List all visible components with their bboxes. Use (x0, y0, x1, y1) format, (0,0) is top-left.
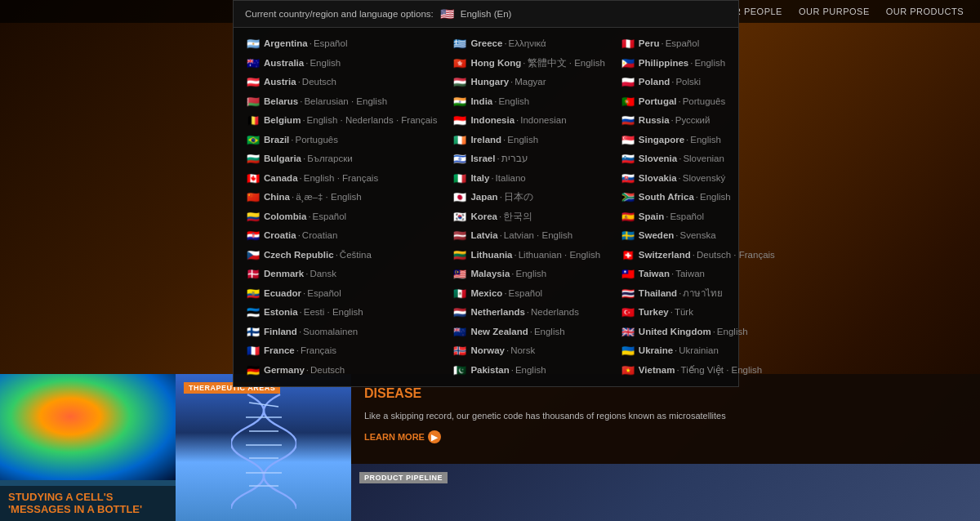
country-item[interactable]: 🇨🇭Switzerland · Deutsch · Français (618, 246, 778, 265)
country-item[interactable]: 🇧🇷Brazil · Português (243, 131, 440, 150)
country-item[interactable]: 🇧🇾Belarus · Belarusian · English (243, 92, 440, 112)
country-item[interactable]: 🇷🇺Russia · Русский (618, 111, 778, 131)
country-item[interactable]: 🇿🇦South Africa · English (618, 188, 778, 207)
country-language: Dansk (310, 267, 336, 281)
country-name: Colombia (264, 210, 306, 224)
country-item[interactable]: 🇫🇷France · Français (243, 341, 440, 361)
country-language: Español (666, 37, 700, 51)
country-item[interactable]: 🇰🇷Korea · 한국의 (450, 207, 608, 227)
country-item[interactable]: 🇧🇪Belgium · English · Nederlands · Franç… (243, 111, 440, 131)
country-item[interactable]: 🇸🇮Slovenia · Slovenian (618, 149, 778, 169)
country-item[interactable]: 🇱🇻Latvia · Latvian · English (450, 226, 608, 246)
country-item[interactable]: 🇵🇭Philippines · English (618, 54, 778, 73)
country-separator: · (693, 248, 695, 262)
country-separator: · (499, 210, 501, 224)
country-flag-icon: 🇷🇺 (621, 113, 635, 129)
country-item[interactable]: 🇵🇹Portugal · Português (618, 92, 778, 112)
country-item[interactable]: 🇧🇬Bulgaria · Български (243, 149, 440, 169)
disease-title: DISEASE (364, 385, 967, 403)
country-col-1: 🇦🇷Argentina · Español🇦🇺Australia · Engli… (238, 34, 445, 380)
country-item[interactable]: 🇹🇷Turkey · Türk (618, 303, 778, 323)
country-item[interactable]: 🇸🇪Sweden · Svenska (618, 226, 778, 246)
country-flag-icon: 🇳🇱 (453, 305, 466, 321)
learn-more-button[interactable]: LEARN MORE ▶ (364, 430, 967, 443)
country-name: Slovakia (639, 171, 677, 185)
country-language: English (690, 133, 721, 147)
country-separator: · (516, 114, 519, 127)
country-language: Magyar (514, 75, 546, 89)
country-language: Svenska (680, 229, 716, 243)
country-item[interactable]: 🇬🇧United Kingdom · English (618, 323, 778, 342)
country-flag-icon: 🇸🇰 (621, 171, 635, 187)
country-item[interactable]: 🇳🇴Norway · Norsk (450, 341, 608, 361)
country-name: Portugal (639, 95, 677, 109)
country-separator: · (675, 229, 678, 243)
country-item[interactable]: 🇭🇺Hungary · Magyar (450, 73, 608, 92)
learn-more-label: LEARN MORE (364, 432, 425, 442)
country-flag-icon: 🇲🇾 (453, 266, 466, 283)
country-item[interactable]: 🇪🇸Spain · Español (618, 207, 778, 227)
country-item[interactable]: 🇵🇱Poland · Polski (618, 73, 778, 92)
country-item[interactable]: 🇩🇰Denmark · Dansk (243, 265, 440, 284)
country-item[interactable]: 🇫🇮Finland · Suomalainen (243, 323, 440, 342)
country-item[interactable]: 🇯🇵Japan · 日本の (450, 188, 608, 207)
country-col-2: 🇬🇷Greece · Ελληνικά🇭🇰Hong Kong · 繁體中文 · … (445, 34, 612, 380)
country-item[interactable]: 🇸🇰Slovakia · Slovenský (618, 169, 778, 189)
country-item[interactable]: 🇦🇺Australia · English (243, 54, 440, 73)
country-item[interactable]: 🇨🇿Czech Republic · Čeština (243, 246, 440, 265)
country-separator: · (713, 325, 715, 339)
country-language: English (700, 190, 731, 204)
country-item[interactable]: 🇨🇴Colombia · Español (243, 207, 440, 227)
country-name: Philippines (639, 56, 688, 70)
country-item[interactable]: 🇦🇷Argentina · Español (243, 34, 440, 54)
country-item[interactable]: 🇵🇰Pakistan · English (450, 361, 608, 381)
country-item[interactable]: 🇳🇱Netherlands · Nederlands (450, 303, 608, 323)
country-item[interactable]: 🇲🇾Malaysia · English (450, 265, 608, 284)
country-item[interactable]: 🇮🇱Israel · עברית (450, 149, 608, 169)
country-item[interactable]: 🇭🇷Croatia · Croatian (243, 226, 440, 246)
country-item[interactable]: 🇨🇳China · ä¸æ–‡ · English (243, 188, 440, 207)
country-name: Germany (264, 363, 305, 377)
country-separator: · (303, 152, 305, 166)
country-flag-icon: 🇺🇦 (621, 343, 635, 359)
country-item[interactable]: 🇺🇦Ukraine · Ukrainian (618, 341, 778, 361)
right-section: DISEASE Like a skipping record, our gene… (351, 374, 980, 521)
country-item[interactable]: 🇬🇷Greece · Ελληνικά (450, 34, 608, 54)
country-item[interactable]: 🇹🇼Taiwan · Taiwan (618, 265, 778, 284)
country-item[interactable]: 🇪🇪Estonia · Eesti · English (243, 303, 440, 323)
nav-our-purpose[interactable]: OUR PURPOSE (799, 7, 870, 16)
country-language: English (515, 363, 546, 377)
country-flag-icon: 🇮🇹 (453, 171, 466, 187)
nav-our-products[interactable]: OUR PRODUCTS (886, 7, 964, 16)
country-item[interactable]: 🇮🇪Ireland · English (450, 131, 608, 150)
country-flag-icon: 🇬🇷 (453, 36, 466, 52)
country-item[interactable]: 🇨🇦Canada · English · Français (243, 169, 440, 189)
country-flag-icon: 🇵🇰 (453, 363, 466, 379)
country-flag-icon: 🇬🇧 (621, 324, 635, 341)
country-language: Eesti · English (304, 305, 363, 319)
country-name: Ecuador (264, 287, 301, 301)
country-separator: · (671, 267, 674, 281)
country-item[interactable]: 🇩🇪Germany · Deutsch (243, 361, 440, 381)
country-language: Nederlands (531, 305, 579, 319)
country-item[interactable]: 🇳🇿New Zealand · English (450, 323, 608, 342)
country-separator: · (305, 56, 308, 70)
country-name: Pakistan (470, 363, 509, 377)
country-item[interactable]: 🇱🇹Lithuania · Lithuanian · English (450, 246, 608, 265)
country-item[interactable]: 🇹🇭Thailand · ภาษาไทย (618, 284, 778, 304)
country-item[interactable]: 🇦🇹Austria · Deutsch (243, 73, 440, 92)
country-item[interactable]: 🇵🇪Peru · Español (618, 34, 778, 54)
country-item[interactable]: 🇭🇰Hong Kong · 繁體中文 · English (450, 54, 608, 73)
country-name: Czech Republic (264, 248, 334, 262)
country-item[interactable]: 🇮🇩Indonesia · Indonesian (450, 111, 608, 131)
country-item[interactable]: 🇸🇬Singapore · English (618, 131, 778, 150)
country-flag-icon: 🇨🇦 (247, 171, 260, 187)
country-item[interactable]: 🇻🇳Vietnam · Tiếng Việt · English (618, 361, 778, 381)
country-item[interactable]: 🇪🇨Ecuador · Español (243, 284, 440, 304)
country-item[interactable]: 🇮🇹Italy · Italiano (450, 169, 608, 189)
country-item[interactable]: 🇲🇽Mexico · Español (450, 284, 608, 304)
country-separator: · (302, 114, 305, 127)
lab-image: PRODUCT PIPELINE (351, 464, 980, 521)
country-item[interactable]: 🇮🇳India · English (450, 92, 608, 112)
country-separator: · (491, 171, 493, 185)
